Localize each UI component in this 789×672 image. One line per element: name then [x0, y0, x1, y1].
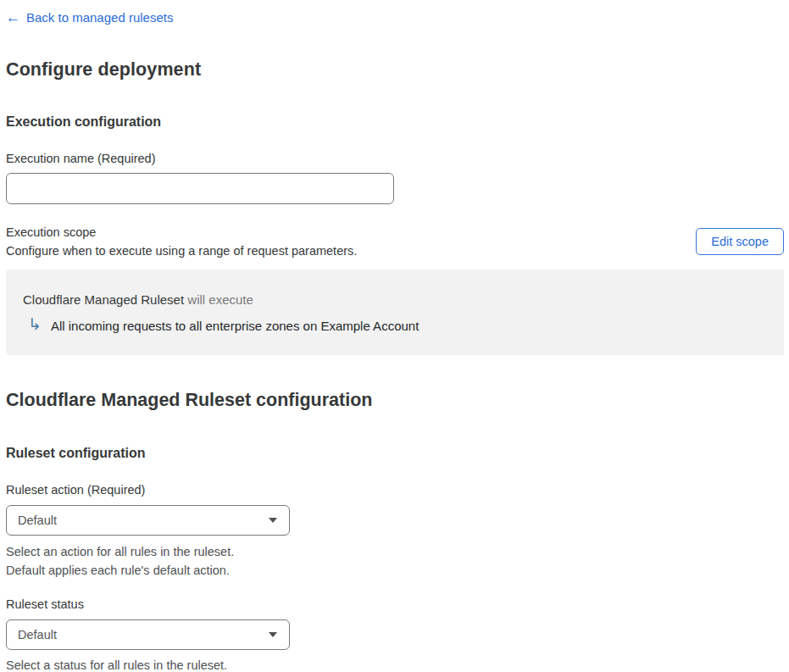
scope-summary-will-execute: will execute [184, 292, 253, 307]
execution-configuration-heading: Execution configuration [6, 114, 784, 130]
chevron-down-icon [269, 518, 277, 523]
execution-scope-description: Configure when to execute using a range … [6, 244, 357, 258]
execution-scope-text: Execution scope Configure when to execut… [6, 225, 357, 258]
execution-name-label: Execution name (Required) [6, 152, 784, 165]
back-arrow-icon: ← [6, 10, 20, 25]
ruleset-status-select[interactable]: Default [6, 619, 290, 650]
scope-summary-box: Cloudflare Managed Ruleset will execute … [6, 269, 784, 355]
scope-summary-ruleset-name: Cloudflare Managed Ruleset [23, 292, 184, 307]
ruleset-configuration-subheading: Ruleset configuration [6, 446, 784, 461]
ruleset-action-label: Ruleset action (Required) [6, 483, 784, 497]
branch-arrow-icon: ↳ [28, 316, 42, 332]
ruleset-status-label: Ruleset status [6, 597, 784, 611]
back-link-label: Back to managed rulesets [26, 10, 173, 25]
ruleset-status-selected-value: Default [18, 628, 57, 641]
scope-summary-text: All incoming requests to all enterprise … [51, 319, 419, 333]
ruleset-action-help-line1: Select an action for all rules in the ru… [6, 542, 784, 561]
ruleset-action-help-line2: Default applies each rule's default acti… [6, 561, 784, 580]
ruleset-status-help: Select a status for all rules in the rul… [6, 656, 784, 672]
ruleset-action-help: Select an action for all rules in the ru… [6, 542, 784, 580]
execution-scope-row: Execution scope Configure when to execut… [6, 225, 784, 258]
ruleset-configuration-section-title: Cloudflare Managed Ruleset configuration [6, 390, 784, 411]
execution-scope-label: Execution scope [6, 225, 357, 239]
chevron-down-icon [269, 632, 277, 637]
back-to-managed-rulesets-link[interactable]: ← Back to managed rulesets [6, 10, 173, 25]
ruleset-action-select[interactable]: Default [6, 505, 290, 536]
execution-name-input[interactable] [6, 173, 394, 204]
configure-deployment-page: ← Back to managed rulesets Configure dep… [0, 0, 789, 672]
page-title: Configure deployment [6, 59, 784, 81]
ruleset-action-selected-value: Default [18, 514, 57, 527]
scope-summary-line2: ↳ All incoming requests to all enterpris… [28, 318, 767, 334]
scope-summary-line1: Cloudflare Managed Ruleset will execute [23, 292, 767, 307]
edit-scope-button[interactable]: Edit scope [696, 228, 784, 255]
